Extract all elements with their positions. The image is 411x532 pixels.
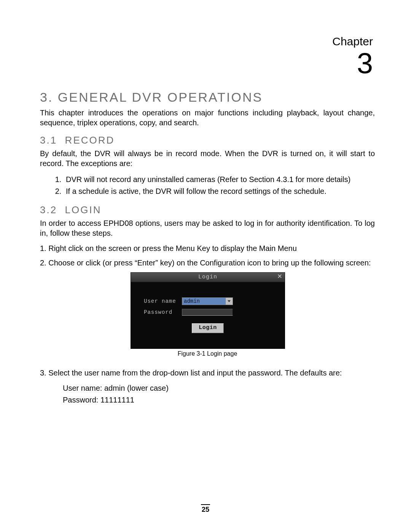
record-exception-list: DVR will not record any uninstalled came… xyxy=(40,174,375,197)
document-page: Chapter 3 3. GENERAL DVR OPERATIONS This… xyxy=(0,0,411,532)
page-footer: 25 xyxy=(0,504,411,514)
footer-rule xyxy=(201,504,210,505)
svg-marker-0 xyxy=(228,300,231,302)
username-select[interactable]: admin xyxy=(182,297,233,305)
subsection-record-title: RECORD xyxy=(65,134,115,146)
username-row: User name admin xyxy=(144,297,272,305)
subsection-record-number: 3.1 xyxy=(40,134,57,146)
section-heading-number: 3. xyxy=(40,90,53,104)
login-intro: In order to access EPHD08 options, users… xyxy=(40,218,375,238)
subsection-login-title: LOGIN xyxy=(65,204,102,216)
chapter-marker: Chapter 3 xyxy=(332,35,373,78)
login-dialog-title: Login xyxy=(131,273,285,282)
subsection-login-number: 3.2 xyxy=(40,204,57,216)
record-intro: By default, the DVR will always be in re… xyxy=(40,149,375,168)
figure-caption: Figure 3-1 Login page xyxy=(131,350,284,357)
login-step-3: 3. Select the user name from the drop-do… xyxy=(40,368,375,378)
login-dialog-body: User name admin Password Login xyxy=(131,282,285,348)
password-input[interactable] xyxy=(182,309,233,316)
password-row: Password xyxy=(144,309,272,316)
username-label: User name xyxy=(144,298,182,304)
login-button[interactable]: Login xyxy=(192,323,224,333)
chapter-number: 3 xyxy=(332,49,373,78)
login-step-2: 2. Choose or click (or press “Enter” key… xyxy=(40,258,375,268)
list-item: If a schedule is active, the DVR will fo… xyxy=(64,185,375,197)
login-dialog: Login ✕ User name admin Password xyxy=(131,272,285,349)
default-password-line: Password: 11111111 xyxy=(63,394,375,406)
login-dialog-titlebar: Login ✕ xyxy=(131,273,285,282)
login-defaults: User name: admin (lower case) Password: … xyxy=(63,382,375,406)
close-icon[interactable]: ✕ xyxy=(276,273,284,281)
default-username-line: User name: admin (lower case) xyxy=(63,382,375,394)
section-heading-title: GENERAL DVR OPERATIONS xyxy=(58,90,263,104)
section-heading: 3. GENERAL DVR OPERATIONS xyxy=(40,90,375,105)
subsection-login-heading: 3.2 LOGIN xyxy=(40,204,375,216)
list-item: DVR will not record any uninstalled came… xyxy=(64,174,375,185)
login-step-1: 1. Right click on the screen or press th… xyxy=(40,243,375,253)
login-button-row: Login xyxy=(144,323,272,333)
password-label: Password xyxy=(144,309,182,315)
subsection-record-heading: 3.1 RECORD xyxy=(40,134,375,146)
chevron-down-icon xyxy=(225,298,233,305)
chapter-label: Chapter xyxy=(332,35,373,48)
section-intro: This chapter introduces the operations o… xyxy=(40,108,375,128)
login-figure: Login ✕ User name admin Password xyxy=(131,272,284,357)
page-number: 25 xyxy=(0,506,411,514)
username-select-value: admin xyxy=(184,298,200,304)
